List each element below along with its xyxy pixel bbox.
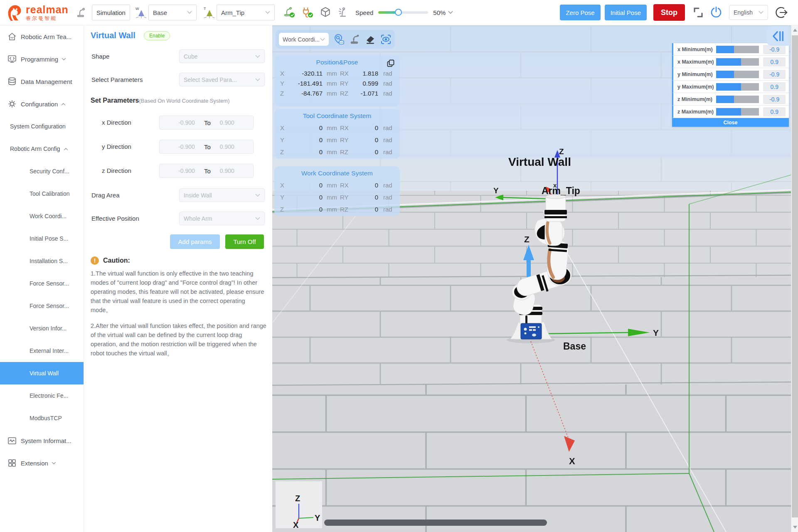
gear-icon — [7, 99, 17, 108]
power-icon[interactable] — [710, 6, 722, 19]
3d-viewport[interactable]: Z Y X Z Y x — [272, 25, 798, 532]
z-min-slider[interactable] — [716, 96, 759, 103]
pose-row-y: Y-181.491mmRY0.599rad — [274, 78, 400, 88]
scene-tip-z-label: Z — [559, 147, 564, 156]
sidebar-item-security-config[interactable]: Security Conf... — [0, 160, 84, 182]
wall-limit-row-x-max: x Maximum(m) 0.9 — [672, 56, 789, 68]
z-max-slider[interactable] — [716, 108, 759, 116]
x-min-value[interactable]: -0.9 — [763, 45, 786, 54]
sidebar-item-tool-calibration[interactable]: Tool Calibration — [0, 182, 84, 205]
y-direction-range[interactable]: -0.900 To 0.900 — [159, 140, 254, 154]
robot-pose-icon[interactable] — [349, 34, 360, 45]
horizontal-scrollbar[interactable] — [324, 520, 547, 526]
vertical-scrollbar[interactable] — [791, 25, 798, 532]
scene-base-x-label: X — [569, 456, 575, 466]
sidebar-item-programming[interactable]: Programming — [0, 48, 84, 70]
chevron-down-icon — [255, 194, 260, 197]
add-params-button[interactable]: Add params — [170, 234, 220, 249]
chevron-down-icon — [320, 38, 325, 41]
connection-status-icon[interactable] — [301, 7, 314, 18]
sidebar-item-configuration[interactable]: Configuration — [0, 93, 84, 115]
sidebar-item-data-management[interactable]: Data Management — [0, 70, 84, 93]
joint-step-icon[interactable] — [692, 7, 704, 18]
wall-limit-row-y-max: y Maximum(m) 0.9 — [672, 81, 789, 93]
language-select[interactable]: English — [729, 5, 768, 20]
sidebar-item-robotic-arm-config[interactable]: Robotic Arm Config — [0, 138, 84, 160]
cube-view-icon[interactable] — [320, 7, 331, 18]
world-frame-select[interactable]: Base — [148, 5, 197, 20]
speed-slider[interactable] — [378, 11, 428, 14]
sidebar-item-force-sensor-2[interactable]: Force Sensor... — [0, 295, 84, 317]
tool-frame-icon: T — [203, 6, 215, 19]
y-max-value[interactable]: 0.9 — [763, 82, 786, 91]
page-title: Virtual Wall — [91, 31, 135, 40]
y-min-slider[interactable] — [716, 71, 759, 78]
logout-icon[interactable] — [776, 6, 788, 19]
stop-button[interactable]: Stop — [653, 4, 685, 21]
y-max-slider[interactable] — [716, 83, 759, 91]
eraser-icon[interactable] — [365, 34, 376, 45]
scene-tip-y-label: Y — [493, 186, 499, 195]
sidebar-item-force-sensor-1[interactable]: Force Sensor... — [0, 272, 84, 295]
scrollbar-thumb[interactable] — [792, 35, 798, 517]
drag-area-select[interactable]: Inside Wall — [179, 188, 265, 202]
sidebar-item-external-interface[interactable]: External Inter... — [0, 340, 84, 362]
sidebar-item-system-information[interactable]: System Informat... — [0, 429, 84, 452]
scroll-up-arrow[interactable] — [793, 29, 797, 32]
position-pose-panel: Position&Pose X-320.11mmRX1.818rad Y-181… — [274, 55, 400, 106]
x-max-value[interactable]: 0.9 — [763, 57, 786, 66]
speed-slider-thumb[interactable] — [395, 9, 402, 16]
wall-limit-row-y-min: y Minimum(m) -0.9 — [672, 68, 789, 81]
work-row-z: Z0mmRZ0rad — [274, 203, 400, 215]
sidebar-item-version-information[interactable]: Version Infor... — [0, 317, 84, 340]
simulation-mode-box[interactable]: Simulation — [92, 5, 130, 20]
shape-select[interactable]: Cube — [179, 49, 265, 63]
initial-pose-button[interactable]: Initial Pose — [605, 5, 647, 20]
pose-row-z: Z-84.767mmRZ-1.071rad — [274, 88, 400, 98]
select-parameters-select[interactable]: Select Saved Para... — [179, 73, 265, 86]
database-icon — [7, 77, 17, 86]
collapse-panel-button[interactable] — [767, 26, 790, 46]
set-parameters-note: (Based On World Coordinate System) — [139, 98, 230, 104]
z-min-value[interactable]: -0.9 — [763, 95, 786, 104]
chevron-down-icon — [265, 11, 270, 14]
caution-icon: ! — [91, 256, 99, 265]
y-min-value[interactable]: -0.9 — [763, 70, 786, 79]
sidebar-item-robotic-arm-teaching[interactable]: Robotic Arm Tea... — [0, 25, 84, 48]
turn-off-button[interactable]: Turn Off — [225, 234, 264, 249]
viewport-frame-select[interactable]: Work Coordi... — [279, 33, 329, 46]
robot-status-icon[interactable] — [283, 7, 296, 18]
work-row-y: Y0mmRY0rad — [274, 191, 400, 203]
sidebar-item-modbustcp[interactable]: ModbusTCP — [0, 407, 84, 429]
sidebar-item-installation[interactable]: Installation S... — [0, 250, 84, 272]
copy-icon[interactable] — [387, 59, 395, 67]
sidebar-item-work-coordinate[interactable]: Work Coordi... — [0, 205, 84, 227]
chevron-down-icon[interactable] — [448, 11, 453, 14]
z-direction-range[interactable]: -0.900 To 0.900 — [159, 164, 254, 178]
work-row-x: X0mmRX0rad — [274, 179, 400, 191]
scene-base-label: Base — [563, 341, 586, 352]
sidebar-item-virtual-wall[interactable]: Virtual Wall — [0, 362, 84, 384]
sidebar-item-electronic-fence[interactable]: Electronic Fe... — [0, 384, 84, 407]
z-max-value[interactable]: 0.9 — [763, 107, 786, 116]
virtual-wall-form: Virtual Wall Enable Shape Cube Select Pa… — [84, 25, 272, 532]
x-max-slider[interactable] — [716, 58, 759, 66]
speed-value: 50% — [433, 9, 446, 16]
locate-search-icon[interactable] — [333, 34, 345, 45]
scroll-down-arrow[interactable] — [793, 526, 797, 529]
tool-coordinate-title: Tool Coordinate System — [274, 112, 400, 120]
eye-focus-icon[interactable] — [380, 34, 392, 45]
x-min-slider[interactable] — [716, 46, 759, 53]
tool-frame-select[interactable]: Arm_Tip — [217, 5, 275, 20]
speed-label: Speed — [355, 9, 373, 16]
orientation-gizmo[interactable]: Z Y X — [276, 481, 322, 528]
effective-position-select[interactable]: Whole Arm — [179, 212, 265, 225]
sidebar-item-initial-pose[interactable]: Initial Pose S... — [0, 227, 84, 250]
zero-pose-button[interactable]: Zero Pose — [560, 5, 600, 20]
sidebar-item-extension[interactable]: Extension — [0, 452, 84, 474]
chevron-up-icon — [61, 103, 66, 106]
z-direction-label: z Direction — [102, 167, 131, 174]
sidebar-item-system-configuration[interactable]: System Configuration — [0, 115, 84, 138]
close-button[interactable]: Close — [672, 118, 789, 127]
x-direction-range[interactable]: -0.900 To 0.900 — [159, 116, 254, 130]
